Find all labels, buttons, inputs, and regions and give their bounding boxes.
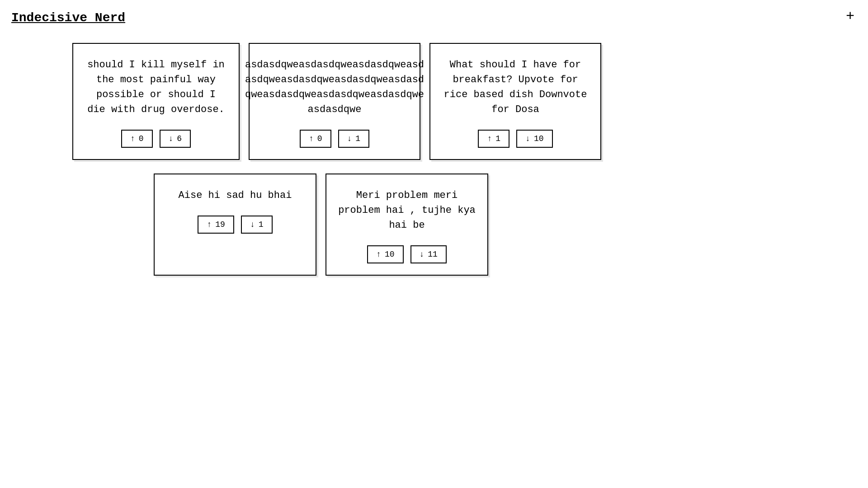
row-1: should I kill myself in the most painful… [72, 43, 796, 160]
upvote-icon [130, 134, 135, 143]
card-5: Meri problem meri problem hai , tujhe ky… [326, 174, 488, 276]
card-3-downvote-button[interactable]: 10 [516, 130, 552, 148]
downvote-icon [347, 134, 352, 143]
card-1-text: should I kill myself in the most painful… [85, 57, 227, 117]
row-2: Aise hi sad hu bhai 19 1 Meri problem me… [154, 174, 796, 276]
card-3-upvote-count: 1 [495, 134, 500, 143]
upvote-icon [487, 134, 492, 143]
card-2: asdasdqweasdasdqweasdasdqweasd asdqweasd… [249, 43, 420, 160]
downvote-icon [525, 134, 530, 143]
card-1: should I kill myself in the most painful… [72, 43, 240, 160]
card-3-upvote-button[interactable]: 1 [478, 130, 509, 148]
card-2-upvote-button[interactable]: 0 [300, 130, 331, 148]
card-4-actions: 19 1 [198, 216, 272, 234]
card-2-upvote-count: 0 [317, 134, 322, 143]
card-5-downvote-button[interactable]: 11 [410, 245, 447, 263]
upvote-icon [309, 134, 314, 143]
card-1-downvote-count: 6 [177, 134, 182, 143]
card-5-actions: 10 11 [367, 245, 447, 263]
site-title[interactable]: Indecisive Nerd [11, 11, 125, 25]
card-4-upvote-count: 19 [215, 220, 225, 229]
downvote-icon [169, 134, 174, 143]
card-5-upvote-button[interactable]: 10 [367, 245, 403, 263]
card-2-text: asdasdqweasdasdqweasdasdqweasd asdqweasd… [245, 57, 424, 117]
card-2-downvote-button[interactable]: 1 [338, 130, 370, 148]
card-4-downvote-button[interactable]: 1 [241, 216, 273, 234]
card-1-upvote-button[interactable]: 0 [121, 130, 153, 148]
card-5-upvote-count: 10 [385, 250, 395, 259]
card-4: Aise hi sad hu bhai 19 1 [154, 174, 316, 276]
card-3-actions: 1 10 [478, 130, 552, 148]
card-3-text: What should I have for breakfast? Upvote… [442, 57, 589, 117]
card-4-downvote-count: 1 [259, 220, 264, 229]
cards-area: should I kill myself in the most painful… [72, 43, 796, 276]
downvote-icon [420, 250, 425, 259]
downvote-icon [250, 220, 255, 229]
card-5-downvote-count: 11 [428, 250, 438, 259]
card-1-actions: 0 6 [121, 130, 191, 148]
upvote-icon [376, 250, 381, 259]
site-header: Indecisive Nerd [11, 11, 125, 25]
upvote-icon [207, 220, 212, 229]
card-1-upvote-count: 0 [139, 134, 144, 143]
card-5-text: Meri problem meri problem hai , tujhe ky… [338, 188, 476, 233]
card-1-downvote-button[interactable]: 6 [160, 130, 191, 148]
card-3: What should I have for breakfast? Upvote… [429, 43, 601, 160]
card-2-downvote-count: 1 [355, 134, 360, 143]
add-button[interactable]: + [846, 8, 854, 23]
card-4-upvote-button[interactable]: 19 [198, 216, 234, 234]
card-3-downvote-count: 10 [534, 134, 544, 143]
card-4-text: Aise hi sad hu bhai [179, 188, 292, 203]
card-2-actions: 0 1 [300, 130, 369, 148]
